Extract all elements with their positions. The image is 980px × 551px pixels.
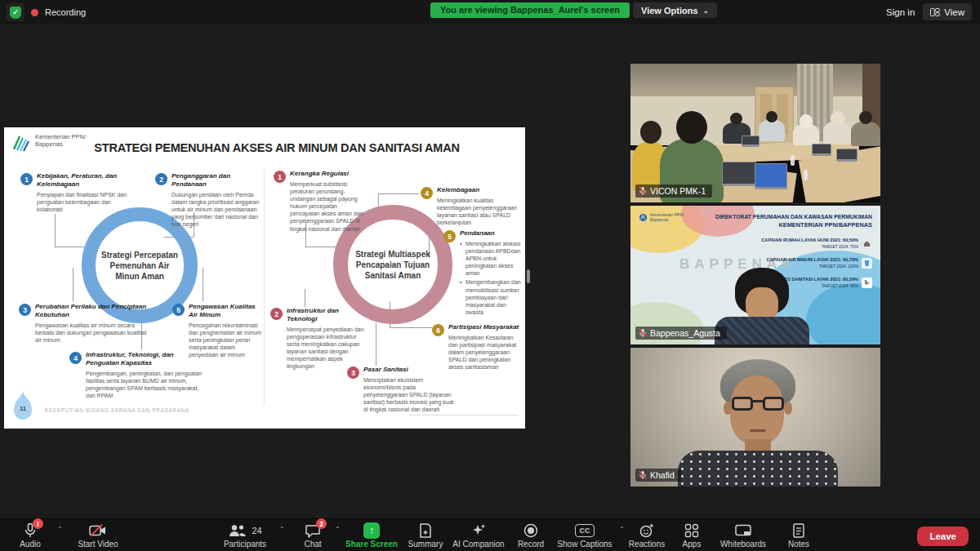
virtual-background-title: DIREKTORAT PERUMAHAN DAN KAWASAN PERMUKI… [709, 213, 872, 230]
item-number-badge: 5 [172, 304, 185, 316]
share-screen-button[interactable]: ↑ Share Screen [339, 522, 404, 551]
participants-button[interactable]: 24 Participants [216, 522, 274, 551]
house-icon [862, 238, 872, 249]
mic-muted-icon [639, 470, 647, 480]
water-icon [862, 258, 872, 269]
leave-button[interactable]: Leave [917, 527, 969, 546]
glasses [732, 397, 753, 411]
bappenas-logo-icon [11, 133, 31, 153]
zoom-meeting-window: ✓ Recording You are viewing Bappenas_Aur… [0, 0, 980, 551]
item-number-badge: 5 [443, 230, 456, 242]
slide-scrollbar[interactable] [527, 269, 530, 283]
share-screen-icon: ↑ [363, 522, 380, 539]
audio-options-chevron[interactable]: ⌃ [57, 526, 63, 533]
water-bottle [804, 170, 808, 180]
security-shield-icon[interactable]: ✓ [7, 3, 24, 21]
start-video-button[interactable]: Start Video [70, 522, 126, 551]
left-strategy-center-text: Strategi Percepatan Pemenuhan Air Minun … [100, 250, 179, 282]
recording-dot-icon [31, 9, 38, 16]
laptop [742, 136, 760, 147]
participants-count: 24 [252, 526, 261, 535]
sign-in-button[interactable]: Sign in [886, 7, 915, 17]
item-number-badge: 1 [274, 171, 286, 183]
recording-status: ✓ Recording [7, 3, 86, 21]
item-number-badge: 4 [421, 187, 433, 199]
right-item-1: 1 Kerangka Regulasi Memperkuat substansi… [274, 170, 365, 233]
slide-footer: KEDEPUTIAN BIDANG SARANA DAN PRASARANA [45, 407, 189, 413]
ai-companion-button[interactable]: AI Companion [448, 522, 510, 551]
recording-label: Recording [45, 7, 86, 17]
participant-name-tag: Khafid [635, 469, 681, 482]
summary-icon [418, 522, 433, 539]
apps-icon [684, 522, 700, 539]
laptop [722, 162, 756, 186]
view-layout-button[interactable]: View [923, 3, 972, 20]
summary-button[interactable]: Summary [403, 522, 448, 551]
right-item-6: 6 Partisipasi Masyarakat Meningkatkan Ke… [432, 323, 523, 371]
whiteboards-icon [734, 523, 752, 538]
left-item-5: 5 Pengawasan Kualitas Air Minum Pencegah… [172, 303, 264, 358]
participant-name-tag: VICON PMK-1 [635, 184, 712, 198]
mic-muted-icon [639, 186, 647, 196]
grid-view-icon [930, 7, 940, 17]
stat-row: CAPAIAN RUMAH LAYAK HUNI 2021: 60,50%TAR… [750, 237, 872, 250]
left-item-1: 1 Kebijakan, Peraturan, dan Kelembagaan … [20, 172, 135, 213]
video-tile-vicon-pmk1[interactable]: VICON PMK-1 [630, 64, 880, 202]
item-number-badge: 2 [270, 308, 283, 320]
laptop [812, 144, 831, 156]
show-captions-button[interactable]: CC Show Captions [554, 522, 616, 551]
water-bottle [791, 155, 795, 166]
audio-alert-badge: ! [33, 518, 43, 529]
record-icon [523, 522, 539, 539]
participant-name-tag: Bappenas_Agusta [635, 327, 727, 340]
apps-button[interactable]: Apps [673, 522, 710, 551]
view-options-button[interactable]: View Options ⌄ [633, 2, 717, 18]
right-item-5: 5 Pendanaan Meningkatkan alokasi pendana… [443, 229, 523, 318]
page-number: 11 [14, 405, 32, 412]
participants-icon [228, 523, 247, 538]
viewing-screen-banner: You are viewing Bappenas_Aurel's screen [430, 2, 630, 18]
video-off-icon [88, 523, 108, 538]
mic-muted-icon [639, 328, 647, 338]
video-tile-bappenas-agusta[interactable]: BAPPENAS Kementerian PPN/Bappenas DIREKT… [630, 206, 880, 344]
reactions-icon [639, 522, 655, 539]
chat-unread-badge: 2 [316, 518, 327, 529]
item-number-badge: 4 [69, 352, 82, 364]
laptop [836, 149, 858, 162]
record-button[interactable]: Record [511, 522, 550, 551]
right-item-3: 3 Pasar Sanitasi Menciptakan ekosistem e… [347, 366, 455, 413]
right-item-4: 4 Kelembagaan Meningkatkan kualitas kele… [421, 186, 523, 226]
item-number-badge: 2 [155, 173, 167, 185]
left-item-2: 2 Penganggaran dan Pendanaan Dukungan pe… [155, 172, 261, 228]
chat-button[interactable]: 2 Chat [292, 522, 333, 551]
notes-icon [791, 522, 806, 539]
laptop [755, 163, 787, 189]
notes-button[interactable]: Notes [777, 522, 820, 551]
item-number-badge: 3 [347, 367, 359, 379]
item-number-badge: 3 [19, 304, 31, 316]
shared-screen-slide: Kementerian PPN/ Bappenas STRATEGI PEMEN… [4, 127, 525, 429]
batik-shirt [678, 451, 838, 487]
slide-divider [264, 170, 265, 406]
ai-companion-icon [470, 522, 487, 539]
item-number-badge: 1 [20, 173, 33, 185]
captions-icon: CC [575, 524, 595, 537]
right-item-2: 2 Infrastruktur dan Teknologi Mempercepa… [270, 307, 365, 371]
top-bar: ✓ Recording You are viewing Bappenas_Aur… [0, 0, 980, 24]
left-item-3: 3 Perubahan Perilaku dan Penciptaan Kebu… [19, 303, 148, 344]
video-tile-khafid[interactable]: Khafid [630, 348, 880, 487]
chevron-down-icon: ⌄ [703, 7, 710, 15]
toilet-icon [862, 278, 872, 288]
meeting-toolbar: ! Audio ⌃ Start Video 24 Participants ⌃ … [0, 518, 980, 551]
participants-options-chevron[interactable]: ⌃ [279, 526, 285, 533]
bappenas-mini-logo: Kementerian PPN/Bappenas [639, 212, 684, 222]
audio-button[interactable]: ! Audio [7, 522, 54, 551]
whiteboards-button[interactable]: Whiteboards [712, 522, 774, 551]
right-strategy-center-text: Strategi Multiaspek Pencapaian Tujuan Sa… [354, 249, 432, 281]
bappenas-logo-icon [639, 213, 648, 222]
page-number-drop: 11 [14, 397, 32, 420]
slide-title: STRATEGI PEMENUHAN AKSES AIR MINUM DAN S… [41, 141, 513, 154]
item-number-badge: 6 [432, 324, 444, 336]
reactions-button[interactable]: Reactions [624, 522, 670, 551]
